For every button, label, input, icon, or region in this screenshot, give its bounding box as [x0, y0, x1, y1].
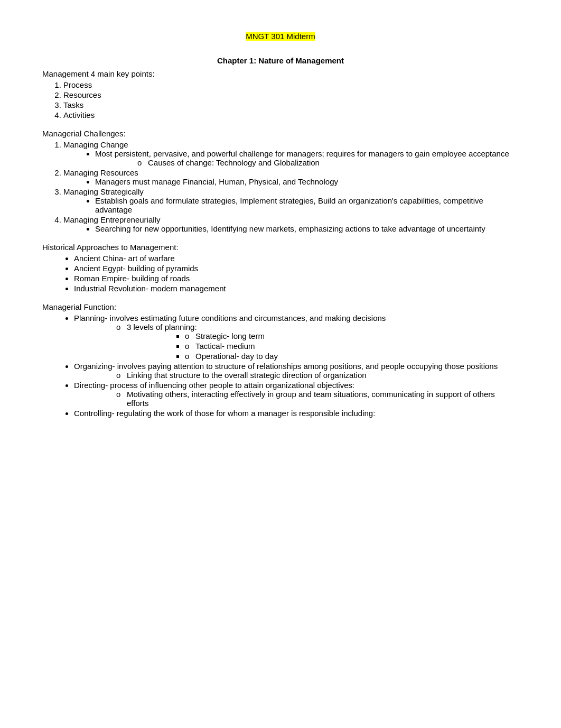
challenge-managing-entrepreneurially: Managing Entrepreneurially Searching for… — [63, 215, 519, 233]
managerial-challenges-section: Managerial Challenges: Managing Change M… — [42, 129, 519, 233]
historical-intro: Historical Approaches to Management: — [42, 243, 519, 252]
managerial-function-intro: Managerial Function: — [42, 302, 519, 311]
list-item: Tactical- medium — [185, 342, 519, 351]
function-planning: Planning- involves estimating future con… — [74, 314, 519, 361]
managing-strategically-bullets: Establish goals and formulate strategies… — [95, 196, 519, 214]
list-item: Strategic- long term — [185, 331, 519, 340]
function-organizing: Organizing- involves paying attention to… — [74, 362, 519, 380]
list-item: Most persistent, pervasive, and powerful… — [95, 149, 519, 167]
list-item: Establish goals and formulate strategies… — [95, 196, 519, 214]
managing-change-sub-o: Causes of change: Technology and Globali… — [137, 158, 519, 167]
page-title: MNGT 301 Midterm — [246, 32, 315, 41]
challenge-managing-resources: Managing Resources Managers must manage … — [63, 168, 519, 186]
challenges-list: Managing Change Most persistent, pervasi… — [63, 140, 519, 233]
list-item: Industrial Revolution- modern management — [74, 284, 519, 293]
functions-list: Planning- involves estimating future con… — [74, 314, 519, 418]
management-intro-text: Management 4 main key points: — [42, 69, 519, 78]
managing-resources-bullets: Managers must manage Financial, Human, P… — [95, 177, 519, 186]
historical-approaches-section: Historical Approaches to Management: Anc… — [42, 243, 519, 293]
list-item: Searching for new opportunities, Identif… — [95, 224, 519, 233]
challenge-managing-strategically: Managing Strategically Establish goals a… — [63, 187, 519, 214]
list-item: Tasks — [63, 100, 519, 109]
managing-change-bullets: Most persistent, pervasive, and powerful… — [95, 149, 519, 167]
chapter-heading: Chapter 1: Nature of Management — [42, 56, 519, 65]
function-controlling: Controlling- regulating the work of thos… — [74, 409, 519, 418]
organizing-sub-o: Linking that structure to the overall st… — [116, 371, 519, 380]
list-item: Ancient China- art of warfare — [74, 254, 519, 263]
list-item: 3 levels of planning: Strategic- long te… — [116, 322, 519, 361]
list-item: Managers must manage Financial, Human, P… — [95, 177, 519, 186]
page-title-wrapper: MNGT 301 Midterm — [42, 32, 519, 41]
list-item: Resources — [63, 90, 519, 99]
management-intro-section: Management 4 main key points: Process Re… — [42, 69, 519, 119]
managerial-challenges-intro: Managerial Challenges: — [42, 129, 519, 138]
historical-bullets-list: Ancient China- art of warfare Ancient Eg… — [74, 254, 519, 293]
list-item: Causes of change: Technology and Globali… — [137, 158, 519, 167]
list-item: Process — [63, 80, 519, 89]
page-container: MNGT 301 Midterm Chapter 1: Nature of Ma… — [42, 32, 519, 418]
planning-sub-o: 3 levels of planning: Strategic- long te… — [116, 322, 519, 361]
function-directing: Directing- process of influencing other … — [74, 381, 519, 408]
challenge-managing-change: Managing Change Most persistent, pervasi… — [63, 140, 519, 167]
managerial-function-section: Managerial Function: Planning- involves … — [42, 302, 519, 418]
management-points-list: Process Resources Tasks Activities — [63, 80, 519, 119]
managing-entrepreneurially-bullets: Searching for new opportunities, Identif… — [95, 224, 519, 233]
list-item: Ancient Egypt- building of pyramids — [74, 264, 519, 273]
planning-levels-list: Strategic- long term Tactical- medium Op… — [185, 331, 519, 361]
list-item: Roman Empire- building of roads — [74, 274, 519, 283]
list-item: Operational- day to day — [185, 352, 519, 361]
directing-sub-o: Motivating others, interacting effective… — [116, 390, 519, 408]
list-item: Linking that structure to the overall st… — [116, 371, 519, 380]
list-item: Activities — [63, 110, 519, 119]
list-item: Motivating others, interacting effective… — [116, 390, 519, 408]
